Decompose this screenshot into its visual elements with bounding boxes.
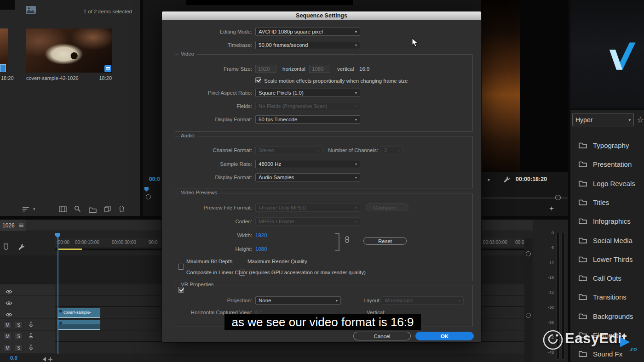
sequence-tab[interactable]: 1026 xyxy=(0,220,26,231)
mute-button[interactable]: M xyxy=(4,321,12,328)
preset-select[interactable]: Hyper ▾ xyxy=(572,113,634,126)
insert-marker-icon[interactable] xyxy=(42,356,53,362)
frame-size-label: Frame Size: xyxy=(162,66,252,72)
add-button[interactable]: + xyxy=(549,204,554,213)
number-of-channels-select[interactable]: 2▾ xyxy=(381,146,403,154)
new-item-icon[interactable] xyxy=(104,206,111,214)
sidebar-item-social-media[interactable]: Social Media xyxy=(579,233,632,247)
audio-clip[interactable] xyxy=(58,320,100,330)
monitor-playhead-icon[interactable] xyxy=(144,187,149,192)
sidebar-item-logo-reveals[interactable]: Logo Reveals xyxy=(579,176,635,190)
scale-motion-checkbox[interactable] xyxy=(255,77,261,83)
frame-height-input[interactable]: 1080 xyxy=(309,65,330,73)
layout-label: Layout: xyxy=(353,298,381,303)
clip-name[interactable]: coverr-sample-42-1026 xyxy=(26,75,79,81)
reset-button[interactable]: Reset xyxy=(363,237,407,245)
monitor-scroll-handle-left[interactable] xyxy=(146,194,151,199)
sidebar-preview xyxy=(570,0,644,108)
sidebar-item-presentation[interactable]: Presentation xyxy=(579,157,632,171)
meter-tick: -24 xyxy=(533,290,554,295)
sort-icon[interactable] xyxy=(22,206,29,214)
preview-width-label: Width: xyxy=(162,232,252,238)
folder-icon xyxy=(579,161,587,167)
preview-file-format-select[interactable]: I-Frame Only MPEG▾ xyxy=(255,204,360,212)
projection-select[interactable]: None▾ xyxy=(255,296,341,305)
voiceover-mic-icon[interactable] xyxy=(29,333,34,342)
settings-wrench-icon[interactable] xyxy=(503,176,510,185)
fields-select[interactable]: No Fields (Progressive Scan)▾ xyxy=(255,102,360,110)
dialog-title-bar[interactable]: Sequence Settings xyxy=(162,11,481,20)
sidebar-item-lower-thirds[interactable]: Lower Thirds xyxy=(579,252,632,266)
sidebar-item-typography[interactable]: Typography xyxy=(579,138,629,152)
trash-icon[interactable] xyxy=(119,205,125,214)
mute-button[interactable]: M xyxy=(4,333,12,340)
solo-button[interactable]: S xyxy=(15,321,23,328)
new-bin-folder-icon[interactable] xyxy=(89,206,97,215)
max-bit-depth-checkbox[interactable] xyxy=(178,264,184,270)
clip-thumbnail[interactable] xyxy=(26,28,112,73)
monitor-timecode[interactable]: 00:00:18:20 xyxy=(516,176,547,182)
timeline-bottom-bar: 0,0 xyxy=(0,354,524,362)
display-format-select[interactable]: 50 fps Timecode▾ xyxy=(255,115,360,124)
playhead-line[interactable] xyxy=(58,233,58,354)
chevron-down-icon: ▾ xyxy=(355,175,357,180)
frame-width-input[interactable]: 1920 xyxy=(255,65,276,73)
fields-label: Fields: xyxy=(162,103,252,109)
panel-menu-icon[interactable] xyxy=(18,223,24,227)
panel-tab[interactable] xyxy=(0,0,15,10)
configure-button[interactable]: Configure... xyxy=(366,204,408,211)
codec-label: Codec: xyxy=(162,219,252,224)
editing-mode-value: AVCHD 1080p square pixel xyxy=(259,29,323,34)
video-clip[interactable]: coverr-sample- xyxy=(58,308,100,318)
scrollbar-handle[interactable] xyxy=(526,313,531,318)
editing-mode-label: Editing Mode: xyxy=(162,29,252,34)
codec-select[interactable]: MPEG I-Frame▾ xyxy=(255,217,360,226)
sidebar-item-call-outs[interactable]: Call Outs xyxy=(579,271,621,285)
solo-button[interactable]: S xyxy=(15,344,23,351)
timeline-current-value[interactable]: 0,0 xyxy=(10,355,17,361)
ruler-label: 00:00:15:00 xyxy=(75,240,99,245)
sidebar-item-transitions[interactable]: Transitions xyxy=(579,290,627,304)
link-bracket xyxy=(334,232,340,252)
toggle-track-output-eye-icon[interactable] xyxy=(6,311,12,319)
mouse-cursor xyxy=(412,38,419,48)
favorite-star-icon[interactable]: ☆ xyxy=(637,115,644,125)
editing-mode-select[interactable]: AVCHD 1080p square pixel▾ xyxy=(255,28,360,36)
channel-format-select[interactable]: Stereo▾ xyxy=(255,146,322,154)
scrollbar-handle[interactable] xyxy=(526,251,531,256)
toggle-track-output-eye-icon[interactable] xyxy=(6,299,12,307)
sidebar-item-titles[interactable]: Titles xyxy=(579,195,609,209)
timeline-scrollbar[interactable] xyxy=(524,238,533,362)
thumbnail-view-icon[interactable] xyxy=(59,206,67,214)
mute-button[interactable]: M xyxy=(4,344,12,351)
sidebar-item-label: Infographics xyxy=(593,217,631,225)
sample-rate-select[interactable]: 48000 Hz▾ xyxy=(255,160,360,168)
marker-icon[interactable] xyxy=(3,243,9,252)
toggle-track-output-eye-icon[interactable] xyxy=(6,288,12,296)
preview-height-value[interactable]: 1080 xyxy=(255,246,267,252)
solo-button[interactable]: S xyxy=(15,333,23,340)
zoom-search-icon[interactable] xyxy=(74,205,81,214)
cancel-button[interactable]: Cancel xyxy=(353,332,411,340)
pixel-aspect-select[interactable]: Square Pixels (1.0)▾ xyxy=(255,89,360,97)
layout-select[interactable]: Monoscopic▾ xyxy=(382,296,464,305)
folder-icon xyxy=(579,256,587,262)
sort-chevron-icon[interactable]: ▾ xyxy=(33,207,35,211)
preview-width-value[interactable]: 1920 xyxy=(255,232,267,238)
voiceover-mic-icon[interactable] xyxy=(29,322,34,330)
chevron-down-icon: ▾ xyxy=(355,91,357,95)
audio-display-format-select[interactable]: Audio Samples▾ xyxy=(255,173,360,181)
sidebar-item-infographics[interactable]: Infographics xyxy=(579,214,631,228)
timeline-wrench-icon[interactable] xyxy=(18,243,25,252)
monitor-scroll-handle-right[interactable] xyxy=(555,195,561,200)
folder-icon xyxy=(579,294,587,300)
voiceover-mic-icon[interactable] xyxy=(29,345,34,353)
sidebar-item-backgrounds[interactable]: Backgrounds xyxy=(579,309,633,323)
ok-button[interactable]: OK xyxy=(415,332,474,340)
program-video xyxy=(481,0,520,172)
monitor-left-timecode[interactable]: 00:0 xyxy=(149,176,162,182)
timebase-select[interactable]: 50,00 frames/second▾ xyxy=(255,41,360,49)
link-chain-icon[interactable] xyxy=(344,236,350,243)
fit-dropdown-chevron-icon[interactable]: ▾ xyxy=(488,177,490,182)
media-browser-icon[interactable] xyxy=(25,6,36,16)
